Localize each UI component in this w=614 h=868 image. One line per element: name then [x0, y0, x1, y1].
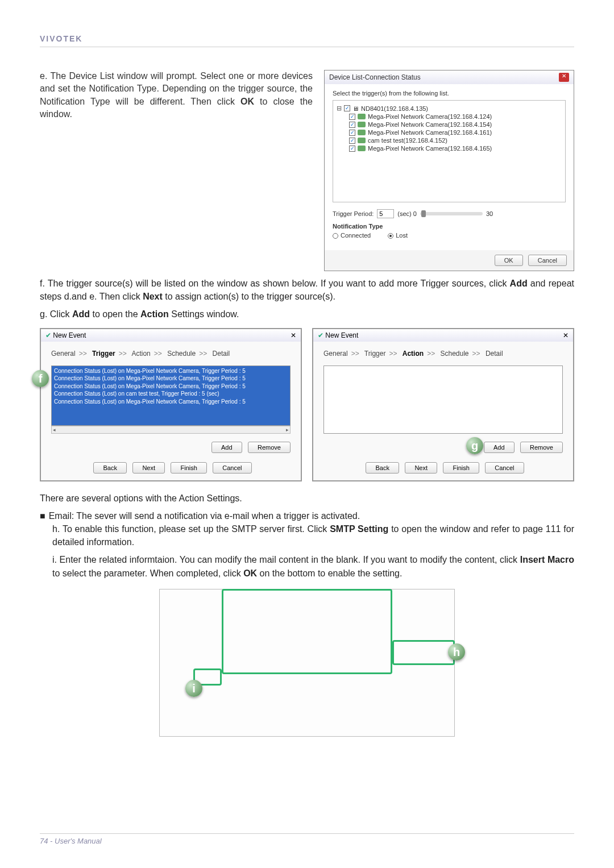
para-h-prefix: h. To enable this function, please set u… — [52, 524, 330, 534]
crumb-detail[interactable]: Detail — [213, 350, 230, 358]
callout-i: i — [185, 680, 202, 697]
page-footer: 74 - User's Manual — [40, 837, 102, 845]
action-list[interactable] — [323, 366, 563, 434]
list-item[interactable]: Connection Status (Lost) on cam test tes… — [54, 390, 288, 398]
slider-thumb-icon[interactable] — [421, 210, 426, 217]
list-item[interactable]: Connection Status (Lost) on Mega-Pixel N… — [54, 383, 288, 391]
para-g-add: Add — [72, 309, 90, 319]
para-i-mid: to select the parameter. When completed,… — [52, 568, 243, 578]
crumb-schedule[interactable]: Schedule — [167, 350, 196, 358]
back-button[interactable]: Back — [93, 462, 126, 474]
finish-button[interactable]: Finish — [171, 462, 206, 474]
close-icon[interactable]: ✕ — [563, 331, 569, 339]
camera-icon — [358, 122, 366, 127]
tree-item[interactable]: ✓cam test test(192.168.4.152) — [337, 136, 562, 144]
next-button[interactable]: Next — [132, 462, 165, 474]
crumb-action[interactable]: Action — [131, 350, 150, 358]
callout-g: g — [466, 437, 483, 454]
bullet-email-text: Email: The sever will send a notificatio… — [49, 509, 360, 522]
tree-root[interactable]: ⊟ ✓ 🖥 ND8401(192.168.4.135) — [337, 104, 562, 113]
device-list-dialog: Device List-Connection Status ✕ Select t… — [324, 70, 574, 271]
checkbox-icon[interactable]: ✓ — [344, 105, 350, 111]
remove-button[interactable]: Remove — [520, 442, 563, 453]
tree-item[interactable]: ✓Mega-Pixel Network Camera(192.168.4.165… — [337, 144, 562, 152]
wizard-title: New Event — [325, 331, 358, 339]
para-e: e. The Device List window will prompt. S… — [40, 70, 313, 271]
notification-radios: Connected Lost — [333, 230, 566, 244]
para-f-g: f. The trigger source(s) will be listed … — [40, 277, 574, 321]
para-e-ok: OK — [240, 97, 254, 106]
wizard-titlebar: ✔ New Event ✕ — [41, 329, 301, 342]
tree-item-label: Mega-Pixel Network Camera(192.168.4.161) — [368, 129, 492, 136]
cancel-button[interactable]: Cancel — [528, 255, 567, 266]
checkbox-icon[interactable]: ✓ — [349, 138, 355, 144]
email-settings-figure: h i — [159, 589, 455, 737]
para-f-suffix: to assign action(s) to the trigger sourc… — [163, 292, 335, 301]
tree-item[interactable]: ✓Mega-Pixel Network Camera(192.168.4.161… — [337, 128, 562, 136]
para-i-suffix: on the bottom to enable the setting. — [257, 568, 402, 578]
ok-button[interactable]: OK — [495, 255, 523, 266]
crumb-schedule[interactable]: Schedule — [440, 350, 468, 358]
slider-max: 30 — [486, 210, 493, 217]
crumb-general[interactable]: General — [51, 350, 76, 358]
horizontal-scrollbar[interactable]: ◂▸ — [51, 426, 291, 434]
add-button[interactable]: Add — [484, 442, 515, 453]
dialog-body: Select the trigger(s) from the following… — [325, 84, 574, 250]
trigger-period-input[interactable] — [377, 209, 394, 218]
header-divider — [40, 47, 574, 47]
remove-button[interactable]: Remove — [248, 442, 291, 453]
cancel-button[interactable]: Cancel — [213, 462, 251, 474]
wizard-list-buttons: Add Remove — [51, 442, 291, 453]
notification-type-label: Notification Type — [333, 223, 566, 230]
dialog-titlebar: Device List-Connection Status ✕ — [325, 70, 574, 84]
close-icon[interactable]: ✕ — [291, 331, 296, 339]
wizard-title: New Event — [53, 331, 86, 339]
tree-item-label: Mega-Pixel Network Camera(192.168.4.165) — [368, 145, 492, 152]
dialog-button-row: OK Cancel — [325, 250, 574, 271]
wizard-body: General>> Trigger>> Action>> Schedule>> … — [313, 342, 573, 480]
checkbox-icon[interactable]: ✓ — [349, 146, 355, 152]
trigger-source-list[interactable]: Connection Status (Lost) on Mega-Pixel N… — [51, 366, 291, 426]
radio-icon[interactable] — [388, 233, 393, 239]
tree-item[interactable]: ✓Mega-Pixel Network Camera(192.168.4.124… — [337, 113, 562, 121]
next-button[interactable]: Next — [405, 462, 437, 474]
camera-icon — [358, 130, 366, 135]
crumb-detail[interactable]: Detail — [486, 350, 503, 358]
device-list-dialog-wrap: Device List-Connection Status ✕ Select t… — [324, 70, 574, 271]
check-icon: ✔ — [318, 331, 323, 339]
cancel-button[interactable]: Cancel — [485, 462, 524, 474]
tree-item-label: cam test test(192.168.4.152) — [368, 137, 447, 144]
chevron-left-icon[interactable]: ◂ — [53, 427, 56, 433]
tree-item[interactable]: ✓Mega-Pixel Network Camera(192.168.4.154… — [337, 121, 562, 128]
checkbox-icon[interactable]: ✓ — [349, 130, 355, 136]
back-button[interactable]: Back — [366, 462, 399, 474]
radio-icon[interactable] — [333, 233, 338, 239]
checkbox-icon[interactable]: ✓ — [349, 122, 355, 128]
new-event-wizard-trigger: f ✔ New Event ✕ General>> Trigger>> Acti… — [40, 328, 302, 481]
list-item[interactable]: Connection Status (Lost) on Mega-Pixel N… — [54, 367, 288, 375]
check-icon: ✔ — [45, 331, 51, 339]
trigger-slider[interactable] — [420, 212, 483, 215]
chevron-right-icon[interactable]: ▸ — [286, 427, 289, 433]
close-icon[interactable]: ✕ — [559, 73, 569, 82]
crumb-general[interactable]: General — [323, 350, 348, 358]
radio-connected[interactable]: Connected — [333, 232, 371, 239]
radio-lost[interactable]: Lost — [388, 232, 408, 239]
para-i-bold2: OK — [243, 568, 257, 578]
camera-icon — [358, 146, 366, 151]
crumb-trigger[interactable]: Trigger — [92, 350, 115, 358]
row-e: e. The Device List window will prompt. S… — [40, 70, 574, 271]
finish-button[interactable]: Finish — [443, 462, 479, 474]
wizard-breadcrumb: General>> Trigger>> Action>> Schedule>> … — [323, 350, 563, 358]
brand-header: VIVOTEK — [40, 34, 574, 47]
device-tree[interactable]: ⊟ ✓ 🖥 ND8401(192.168.4.135) ✓Mega-Pixel … — [333, 100, 566, 202]
add-button[interactable]: Add — [211, 442, 242, 453]
checkbox-icon[interactable]: ✓ — [349, 114, 355, 120]
crumb-trigger[interactable]: Trigger — [364, 350, 386, 358]
wizard-titlebar: ✔ New Event ✕ — [313, 329, 573, 342]
list-item[interactable]: Connection Status (Lost) on Mega-Pixel N… — [54, 375, 288, 383]
callout-h: h — [448, 643, 465, 661]
crumb-action[interactable]: Action — [403, 350, 424, 358]
list-item[interactable]: Connection Status (Lost) on Mega-Pixel N… — [54, 398, 288, 406]
nvr-icon: 🖥 — [352, 105, 359, 112]
